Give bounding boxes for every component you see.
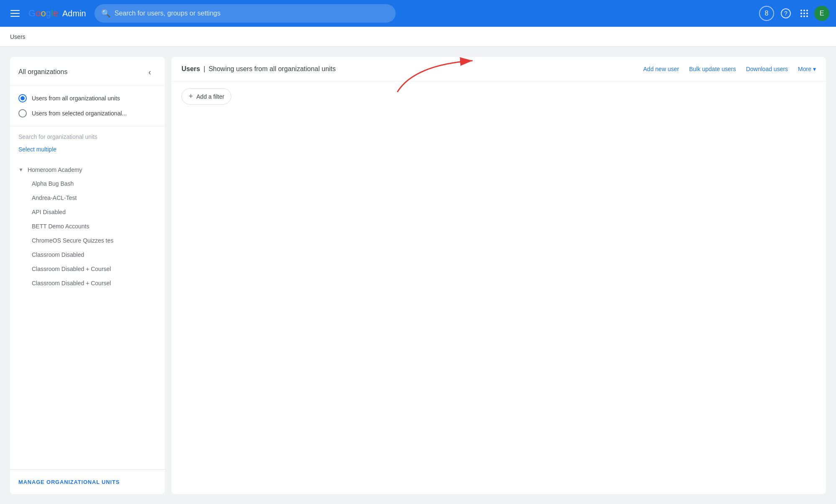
svg-point-0 <box>800 10 802 11</box>
all-organizations-title: All organizations <box>18 68 67 76</box>
bulk-update-users-link[interactable]: Bulk update users <box>689 66 736 72</box>
search-icon: 🔍 <box>101 9 110 18</box>
org-parent-name: Homeroom Academy <box>28 166 82 173</box>
more-button[interactable]: More ▾ <box>798 66 816 72</box>
svg-point-4 <box>803 13 805 14</box>
panel-actions: Add new user Bulk update users Download … <box>643 66 816 72</box>
title-separator: | <box>203 65 205 73</box>
users-title: Users <box>182 65 200 73</box>
logo-google: Google <box>28 8 58 19</box>
breadcrumb-text: Users <box>10 33 26 40</box>
left-panel: All organizations ‹ Users from all organ… <box>10 57 165 494</box>
hamburger-menu[interactable] <box>7 5 23 22</box>
list-item[interactable]: Andrea-ACL-Test <box>10 191 165 205</box>
org-child-label: BETT Demo Accounts <box>32 223 89 230</box>
radio-button-selected[interactable] <box>18 109 27 118</box>
svg-point-8 <box>806 15 808 17</box>
select-multiple-container: Select multiple <box>10 144 165 160</box>
all-org-units-option[interactable]: Users from all organizational units <box>18 91 156 106</box>
collapse-panel-button[interactable]: ‹ <box>143 65 156 79</box>
top-navigation: Google Admin 🔍 8 ? <box>0 0 836 27</box>
org-parent-item[interactable]: ▼ Homeroom Academy <box>10 163 165 177</box>
list-item[interactable]: BETT Demo Accounts <box>10 219 165 233</box>
logo-admin: Admin <box>62 9 86 18</box>
support-icon: 8 <box>765 10 769 17</box>
list-item[interactable]: API Disabled <box>10 205 165 219</box>
user-avatar[interactable]: E <box>814 6 829 21</box>
org-tree[interactable]: ▼ Homeroom Academy Alpha Bug Bash Andrea… <box>10 160 165 469</box>
google-admin-logo: Google Admin <box>28 8 86 19</box>
help-button[interactable]: ? <box>777 5 794 22</box>
org-child-label: ChromeOS Secure Quizzes tes <box>32 237 113 244</box>
add-filter-plus-icon: + <box>189 92 193 101</box>
breadcrumb: Users <box>0 27 836 47</box>
list-item[interactable]: Classroom Disabled + Coursel <box>10 262 165 276</box>
radio-inner-dot <box>20 96 25 100</box>
add-filter-label: Add a filter <box>197 93 225 100</box>
svg-point-5 <box>806 13 808 14</box>
svg-point-3 <box>800 13 802 14</box>
more-dropdown-icon: ▾ <box>813 66 816 72</box>
help-icon: ? <box>781 8 791 18</box>
filter-bar: + Add a filter <box>171 82 826 111</box>
search-org-units: Search for organizational units <box>10 126 165 144</box>
left-panel-header: All organizations ‹ <box>10 57 165 86</box>
right-panel-header: Users | Showing users from all organizat… <box>171 57 826 82</box>
list-item[interactable]: Alpha Bug Bash <box>10 177 165 191</box>
org-filter-radio-group: Users from all organizational units User… <box>10 86 165 126</box>
collapse-icon: ‹ <box>148 67 151 77</box>
apps-button[interactable] <box>796 5 813 22</box>
search-org-placeholder[interactable]: Search for organizational units <box>18 133 97 140</box>
hamburger-line <box>10 13 20 14</box>
all-org-units-label: Users from all organizational units <box>32 95 120 102</box>
svg-point-1 <box>803 10 805 11</box>
org-child-label: Alpha Bug Bash <box>32 180 74 187</box>
global-search[interactable]: 🔍 <box>95 4 396 23</box>
search-input[interactable] <box>115 10 389 17</box>
manage-org-units-container: MANAGE ORGANIZATIONAL UNITS <box>10 469 165 494</box>
download-users-link[interactable]: Download users <box>746 66 788 72</box>
right-panel: Users | Showing users from all organizat… <box>171 57 826 494</box>
org-child-label: API Disabled <box>32 209 66 215</box>
hamburger-line <box>10 16 20 17</box>
list-item[interactable]: Classroom Disabled <box>10 248 165 262</box>
nav-actions: 8 ? E <box>759 5 829 22</box>
add-new-user-link[interactable]: Add new user <box>643 66 679 72</box>
svg-point-7 <box>803 15 805 17</box>
selected-org-units-option[interactable]: Users from selected organizational... <box>18 106 156 121</box>
org-child-label: Andrea-ACL-Test <box>32 194 77 201</box>
org-child-label: Classroom Disabled + Coursel <box>32 280 111 287</box>
svg-point-6 <box>800 15 802 17</box>
org-child-label: Classroom Disabled <box>32 251 84 258</box>
list-item[interactable]: Classroom Disabled + Coursel <box>10 276 165 290</box>
apps-grid-icon <box>800 9 809 18</box>
manage-org-units-link[interactable]: MANAGE ORGANIZATIONAL UNITS <box>18 479 120 485</box>
support-button[interactable]: 8 <box>759 6 774 21</box>
expand-arrow-icon: ▼ <box>18 167 23 173</box>
users-subtitle: Showing users from all organizational un… <box>209 65 336 73</box>
org-child-label: Classroom Disabled + Coursel <box>32 266 111 272</box>
avatar-letter: E <box>820 10 824 17</box>
hamburger-line <box>10 10 20 11</box>
add-filter-button[interactable]: + Add a filter <box>182 88 231 105</box>
radio-button-all[interactable] <box>18 94 27 102</box>
main-content: All organizations ‹ Users from all organ… <box>0 47 836 504</box>
selected-org-units-label: Users from selected organizational... <box>32 110 127 117</box>
select-multiple-link[interactable]: Select multiple <box>18 146 56 153</box>
list-item[interactable]: ChromeOS Secure Quizzes tes <box>10 233 165 248</box>
svg-point-2 <box>806 10 808 11</box>
more-label: More <box>798 66 811 72</box>
